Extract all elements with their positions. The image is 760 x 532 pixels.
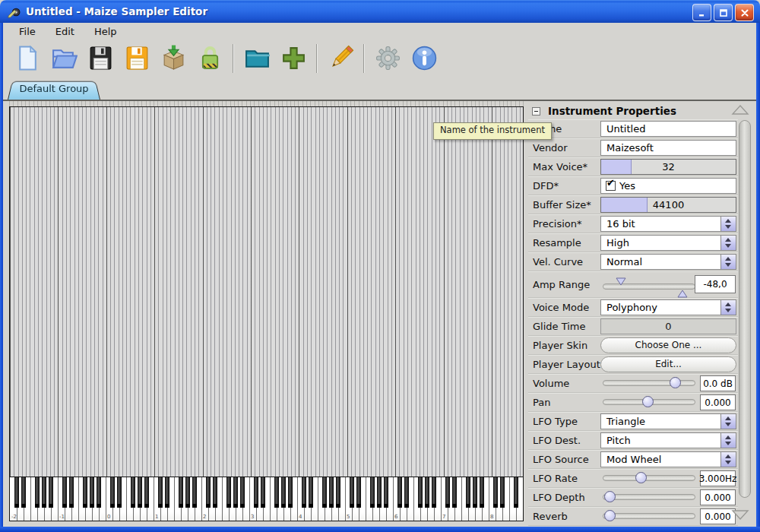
volume-slider-handle[interactable]	[670, 377, 681, 388]
black-key[interactable]	[466, 477, 470, 508]
spinner-arrows-icon[interactable]	[720, 414, 736, 429]
black-key[interactable]	[309, 477, 313, 508]
black-key[interactable]	[445, 477, 450, 508]
black-key[interactable]	[165, 477, 169, 508]
black-key[interactable]	[21, 477, 26, 508]
toolbar-lock-button[interactable]	[195, 44, 224, 73]
voice-mode-dropdown[interactable]: Polyphony	[600, 299, 736, 315]
menu-file[interactable]: File	[9, 24, 46, 40]
black-key[interactable]	[493, 477, 498, 508]
black-key[interactable]	[384, 477, 388, 508]
zone-editor[interactable]	[10, 107, 523, 477]
black-key[interactable]	[254, 477, 258, 508]
black-key[interactable]	[500, 477, 505, 508]
black-key[interactable]	[261, 477, 265, 508]
toolbar-save-as-button[interactable]	[122, 44, 151, 73]
black-key[interactable]	[404, 477, 409, 508]
black-key[interactable]	[35, 477, 40, 508]
toolbar-edit-pencil-button[interactable]	[326, 44, 355, 73]
toolbar-settings-gear-button[interactable]	[373, 44, 402, 73]
black-key[interactable]	[179, 477, 183, 508]
reverb-slider-handle[interactable]	[604, 510, 616, 521]
black-key[interactable]	[480, 477, 484, 508]
black-key[interactable]	[213, 477, 217, 508]
minimize-button[interactable]	[692, 4, 711, 21]
black-key[interactable]	[336, 477, 340, 508]
black-key[interactable]	[138, 477, 142, 508]
player-skin-button[interactable]: Choose One ...	[600, 337, 736, 353]
spinner-arrows-icon[interactable]	[720, 433, 736, 448]
black-key[interactable]	[226, 477, 231, 508]
black-key[interactable]	[240, 477, 245, 508]
black-key[interactable]	[206, 477, 211, 508]
menu-help[interactable]: Help	[84, 24, 127, 40]
lfo-source-dropdown[interactable]: Mod Wheel	[600, 451, 736, 467]
toolbar-open-button[interactable]	[49, 44, 78, 73]
tab-default-group[interactable]: Default Group	[8, 79, 100, 100]
lfo-type-dropdown[interactable]: Triangle	[600, 413, 736, 429]
max-voice-dragnumber[interactable]: 32	[600, 159, 736, 175]
black-key[interactable]	[356, 477, 361, 508]
lfo-rate-slider-track[interactable]	[603, 475, 695, 481]
reverb-slider-track[interactable]	[603, 513, 695, 519]
scroll-up-icon[interactable]	[731, 104, 749, 116]
close-button[interactable]	[735, 4, 754, 21]
toolbar-save-button[interactable]	[86, 44, 115, 73]
vel-curve-dropdown[interactable]: Normal	[600, 254, 736, 270]
black-key[interactable]	[377, 477, 382, 508]
toolbar-export-package-button[interactable]	[159, 44, 188, 73]
black-key[interactable]	[42, 477, 46, 508]
black-key[interactable]	[144, 477, 149, 508]
amp-range-low-handle[interactable]	[616, 274, 626, 289]
menu-edit[interactable]: Edit	[46, 24, 84, 40]
black-key[interactable]	[62, 477, 67, 508]
amp-range-high-handle[interactable]	[677, 287, 688, 301]
toolbar-info-button[interactable]	[410, 44, 439, 73]
black-key[interactable]	[350, 477, 354, 508]
black-key[interactable]	[322, 477, 327, 508]
black-key[interactable]	[131, 477, 135, 508]
lfo-depth-slider-handle[interactable]	[604, 491, 616, 502]
buffer-size-dragnumber[interactable]: 44100	[600, 197, 736, 213]
black-key[interactable]	[274, 477, 279, 508]
pan-slider-handle[interactable]	[642, 396, 654, 407]
resample-dropdown[interactable]: High	[600, 235, 736, 251]
black-key[interactable]	[473, 477, 477, 508]
spinner-arrows-icon[interactable]	[720, 217, 736, 231]
black-key[interactable]	[90, 477, 94, 508]
black-key[interactable]	[452, 477, 457, 508]
black-key[interactable]	[418, 477, 423, 508]
lfo-rate-slider-handle[interactable]	[635, 472, 647, 483]
spinner-arrows-icon[interactable]	[720, 452, 736, 467]
black-key[interactable]	[69, 477, 74, 508]
black-key[interactable]	[185, 477, 190, 508]
black-key[interactable]	[425, 477, 429, 508]
black-key[interactable]	[370, 477, 375, 508]
black-key[interactable]	[97, 477, 101, 508]
scroll-down-icon[interactable]	[731, 509, 749, 521]
spinner-arrows-icon[interactable]	[720, 300, 736, 315]
black-key[interactable]	[281, 477, 286, 508]
vendor-input[interactable]	[600, 140, 736, 156]
lfo-dest-dropdown[interactable]: Pitch	[600, 432, 736, 448]
collapse-icon[interactable]	[532, 107, 540, 116]
player-layout-button[interactable]: Edit...	[600, 356, 736, 372]
black-key[interactable]	[14, 477, 19, 508]
black-key[interactable]	[514, 477, 518, 508]
black-key[interactable]	[49, 477, 53, 508]
toolbar-group-folder-button[interactable]	[242, 44, 271, 73]
black-key[interactable]	[288, 477, 293, 508]
name-input[interactable]	[600, 121, 736, 137]
toolbar-new-file-button[interactable]	[13, 44, 42, 73]
black-key[interactable]	[192, 477, 197, 508]
black-key[interactable]	[302, 477, 306, 508]
toolbar-add-button[interactable]	[279, 44, 308, 73]
precision-dropdown[interactable]: 16 bit	[600, 216, 736, 232]
dfd-checkbox[interactable]: ✔Yes	[600, 178, 736, 194]
black-key[interactable]	[233, 477, 238, 508]
black-key[interactable]	[397, 477, 402, 508]
maximize-button[interactable]	[714, 4, 733, 21]
black-key[interactable]	[329, 477, 334, 508]
lfo-depth-slider-track[interactable]	[603, 494, 695, 500]
black-key[interactable]	[110, 477, 115, 508]
